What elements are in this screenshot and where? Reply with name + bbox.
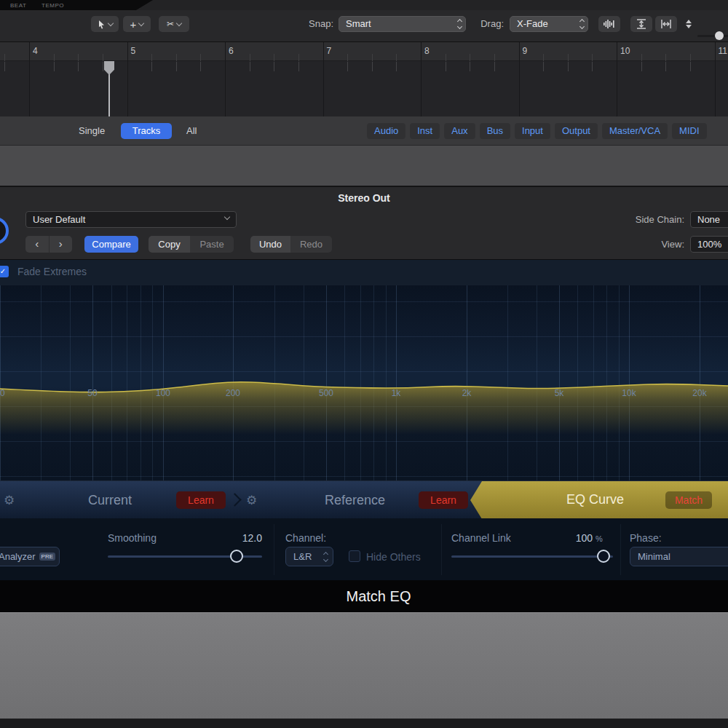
ruler-bar-number: 5 [131,46,136,56]
channel-type-filter-row: Audio Inst Aux Bus Input Output Master/V… [367,123,728,139]
waveform-zoom-button[interactable] [598,16,620,32]
bottom-bar [0,719,728,728]
filter-input-button[interactable]: Input [515,123,550,139]
horizontal-auto-zoom-button[interactable] [655,16,677,32]
playhead-handle[interactable] [104,61,114,75]
ruler-bar-line [29,42,30,116]
pointer-tool-button[interactable] [91,16,119,32]
horizontal-zoom-icon [661,19,671,29]
redo-button[interactable]: Redo [290,236,332,253]
copy-button[interactable]: Copy [149,236,190,253]
reference-learn-button[interactable]: Learn [419,491,468,509]
view-select[interactable]: 100% [690,236,728,253]
scope-single-button[interactable]: Single [70,123,114,139]
ruler-tick [690,62,691,71]
next-preset-button[interactable]: › [50,236,73,253]
ruler-tick [641,62,642,71]
current-learn-button[interactable]: Learn [176,491,226,509]
eq-curve[interactable] [0,285,728,480]
side-chain-label: Side Chain: [626,211,684,228]
timeline-ruler[interactable]: 4567891011 [0,42,728,116]
drag-select[interactable]: X-Fade [510,16,588,32]
channel-link-slider-knob[interactable] [597,550,610,563]
filter-inst-button[interactable]: Inst [410,123,440,139]
scissors-tool-button[interactable]: ✂ [159,16,189,32]
ruler-bar-number: 11 [719,46,727,56]
ruler-tick [4,62,5,71]
freq-label: 50 [87,388,97,398]
freq-label: 5k [555,388,564,398]
ruler-tick [494,62,495,71]
reference-tab[interactable]: Reference [325,493,385,508]
ruler-tick [347,54,348,61]
ruler-bar-number: 4 [33,46,38,56]
divider [441,524,442,575]
ruler-tick [250,62,250,71]
gear-icon[interactable]: ⚙ [4,493,15,508]
ruler-tick [176,54,177,61]
filter-output-button[interactable]: Output [555,123,598,139]
eq-curve-tab[interactable]: EQ Curve Match [470,481,728,519]
ruler-tick [543,62,544,71]
channel-select[interactable]: L&R [285,547,333,566]
analyzer-label: Analyzer [0,551,36,562]
scope-all-button[interactable]: All [178,123,205,139]
marquee-tool-button[interactable]: + [123,16,151,32]
gear-icon[interactable]: ⚙ [246,493,257,508]
smoothing-slider-knob[interactable] [230,550,243,563]
snap-value: Smart [346,18,371,29]
divider [274,524,274,575]
scope-tracks-button[interactable]: Tracks [121,123,172,139]
filter-midi-button[interactable]: MIDI [672,123,706,139]
link-filter-bar: Single Tracks All Audio Inst Aux Bus Inp… [0,116,728,146]
ruler-tick [568,62,569,71]
filter-bus-button[interactable]: Bus [480,123,510,139]
fade-extremes-checkbox[interactable]: ✓ [0,266,9,277]
channel-link-unit: % [596,534,603,543]
ruler-bar-number: 8 [424,46,430,56]
bottom-parameter-strip: Analyzer PRE Smoothing 12.0 Channel: L&R… [0,518,728,580]
prev-preset-button[interactable]: ‹ [25,236,50,253]
vertical-auto-zoom-button[interactable] [630,16,652,32]
ruler-tick [446,62,446,71]
paste-button[interactable]: Paste [190,236,234,253]
zoom-slider-knob[interactable] [715,31,724,40]
ruler-tick [274,54,274,61]
current-tab[interactable]: Current [88,493,132,508]
eq-curve-display[interactable]: 20501002005001k2k5k10k20k [0,285,728,480]
freq-label: 2k [462,388,472,398]
ruler-tick [298,62,299,71]
ruler-tick [592,62,593,71]
ruler-tick [347,62,348,71]
preset-select[interactable]: User Default [25,211,237,228]
empty-panel [0,612,728,719]
lcd-display: BEAT TEMPO [0,0,153,10]
crosshair-icon: + [130,20,137,29]
filter-master-vca-button[interactable]: Master/VCA [602,123,668,139]
preset-value: User Default [33,214,85,225]
compare-button[interactable]: Compare [84,236,138,253]
ruler-tick [250,54,250,61]
side-chain-select[interactable]: None [690,211,728,228]
phase-label: Phase: [630,532,662,544]
freq-label: 20k [692,388,706,398]
phase-select[interactable]: Minimal [630,547,728,566]
hide-others-checkbox[interactable] [349,550,360,562]
ruler-tick [396,54,397,61]
beat-label: BEAT [10,2,26,9]
match-button[interactable]: Match [665,491,712,509]
channel-link-value: 100 [568,532,593,544]
filter-audio-button[interactable]: Audio [367,123,405,139]
snap-select[interactable]: Smart [339,16,466,32]
analyzer-button[interactable]: Analyzer PRE [0,547,60,566]
channel-link-slider[interactable] [451,555,613,558]
smoothing-label: Smoothing [108,532,157,544]
tempo-label: TEMPO [41,2,64,9]
ruler-bar-number: 10 [620,46,630,56]
bypass-button[interactable] [0,217,9,245]
filter-aux-button[interactable]: Aux [444,123,475,139]
undo-button[interactable]: Undo [250,236,290,253]
freq-label: 200 [226,388,240,398]
ruler-tick [103,54,103,61]
ruler-tick [54,62,55,71]
